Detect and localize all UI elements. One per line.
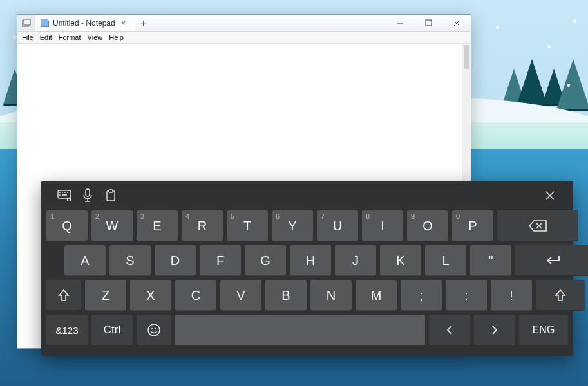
svg-point-9: [64, 192, 66, 193]
key-u[interactable]: 7U: [317, 210, 358, 241]
keyboard-toolbar: [45, 181, 569, 210]
tab-untitled[interactable]: Untitled - Notepad ×: [35, 15, 135, 31]
scrollbar-thumb[interactable]: [464, 45, 469, 69]
key-o[interactable]: 9O: [407, 210, 448, 241]
key-l[interactable]: L: [425, 245, 466, 276]
clipboard-icon[interactable]: [99, 184, 122, 207]
microphone-icon[interactable]: [76, 184, 99, 207]
keyboard-row-2: A S D F G H J K L ": [45, 245, 569, 276]
key-e[interactable]: 3E: [137, 210, 178, 241]
svg-rect-12: [62, 194, 67, 196]
key-quote[interactable]: ": [470, 245, 511, 276]
svg-point-10: [67, 192, 68, 193]
key-q[interactable]: 1Q: [46, 210, 88, 241]
key-a[interactable]: A: [64, 245, 106, 276]
svg-rect-3: [426, 20, 432, 26]
key-x[interactable]: X: [130, 280, 171, 311]
svg-point-25: [155, 328, 156, 329]
key-y[interactable]: 6Y: [272, 210, 313, 241]
key-space[interactable]: [175, 315, 425, 345]
key-enter[interactable]: [515, 245, 588, 276]
key-n[interactable]: N: [310, 280, 352, 311]
key-c[interactable]: C: [175, 280, 216, 311]
tab-title: Untitled - Notepad: [53, 19, 115, 28]
key-b[interactable]: B: [265, 280, 307, 311]
key-emoji[interactable]: [137, 315, 171, 345]
document-icon: [41, 19, 49, 27]
svg-point-11: [59, 194, 61, 196]
svg-point-7: [59, 192, 61, 193]
key-z[interactable]: Z: [85, 280, 126, 311]
key-h[interactable]: H: [290, 245, 331, 276]
key-colon[interactable]: :: [446, 280, 487, 311]
key-shift-right[interactable]: [536, 280, 585, 311]
key-j[interactable]: J: [335, 245, 376, 276]
menu-edit[interactable]: Edit: [37, 33, 55, 41]
window-close-button[interactable]: [442, 15, 471, 31]
menu-help[interactable]: Help: [106, 33, 127, 41]
menu-format[interactable]: Format: [55, 33, 84, 41]
keyboard-row-4: &123 Ctrl ENG: [45, 315, 569, 345]
key-r[interactable]: 4R: [182, 210, 223, 241]
key-language[interactable]: ENG: [519, 315, 568, 345]
keyboard-settings-icon[interactable]: [53, 184, 76, 207]
svg-rect-6: [58, 190, 71, 198]
svg-point-24: [151, 328, 153, 329]
key-shift-left[interactable]: [46, 280, 81, 311]
menu-file[interactable]: File: [19, 33, 37, 41]
key-d[interactable]: D: [155, 245, 196, 276]
menu-view[interactable]: View: [84, 33, 106, 41]
key-symbols[interactable]: &123: [46, 315, 88, 345]
new-tab-button[interactable]: +: [135, 15, 152, 31]
key-s[interactable]: S: [109, 245, 151, 276]
keyboard-row-1: 1Q 2W 3E 4R 5T 6Y 7U 8I 9O 0P: [45, 210, 569, 241]
key-semicolon[interactable]: ;: [401, 280, 442, 311]
key-k[interactable]: K: [380, 245, 421, 276]
key-exclaim[interactable]: !: [491, 280, 532, 311]
svg-point-23: [148, 324, 160, 336]
key-arrow-right[interactable]: [474, 315, 515, 345]
svg-point-8: [62, 192, 63, 193]
tab-overview-button[interactable]: [17, 15, 35, 31]
minimize-button[interactable]: [386, 15, 414, 31]
titlebar[interactable]: Untitled - Notepad × +: [17, 15, 471, 32]
key-ctrl[interactable]: Ctrl: [91, 315, 133, 345]
key-v[interactable]: V: [220, 280, 261, 311]
keyboard-row-3: Z X C V B N M ; : !: [45, 280, 569, 311]
key-arrow-left[interactable]: [429, 315, 470, 345]
key-i[interactable]: 8I: [362, 210, 403, 241]
svg-rect-18: [109, 190, 113, 192]
keyboard-close-button[interactable]: [538, 184, 562, 207]
maximize-button[interactable]: [414, 15, 442, 31]
touch-keyboard: 1Q 2W 3E 4R 5T 6Y 7U 8I 9O 0P A S D F G …: [41, 181, 573, 356]
key-f[interactable]: F: [200, 245, 241, 276]
menubar: File Edit Format View Help: [17, 32, 471, 44]
key-g[interactable]: G: [245, 245, 286, 276]
key-w[interactable]: 2W: [91, 210, 133, 241]
key-t[interactable]: 5T: [227, 210, 268, 241]
tab-close-button[interactable]: ×: [119, 19, 128, 28]
key-backspace[interactable]: [497, 210, 578, 241]
svg-rect-1: [24, 19, 30, 25]
key-m[interactable]: M: [356, 280, 397, 311]
key-p[interactable]: 0P: [452, 210, 493, 241]
svg-rect-14: [86, 189, 90, 196]
